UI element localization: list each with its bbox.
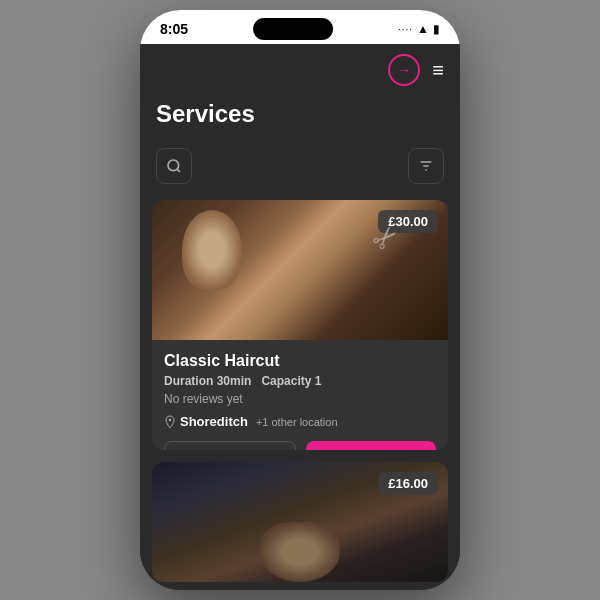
search-icon — [166, 158, 182, 174]
services-list: £30.00 Classic Haircut Duration 30min Ca… — [140, 192, 460, 590]
hamburger-menu-icon[interactable]: ≡ — [432, 59, 444, 82]
top-bar: → ≡ — [140, 44, 460, 96]
phone-frame: 8:05 ···· ▲ ▮ → ≡ Services — [140, 10, 460, 590]
learn-more-button-haircut[interactable]: Learn more — [164, 441, 296, 450]
wifi-icon: ▲ — [417, 22, 429, 36]
price-badge-beard: £16.00 — [378, 472, 438, 495]
filter-icon — [418, 158, 434, 174]
battery-icon: ▮ — [433, 22, 440, 36]
location-name-haircut: Shoreditch — [180, 414, 248, 429]
svg-line-1 — [177, 169, 180, 172]
capacity-label: Capacity — [261, 374, 311, 388]
svg-point-5 — [169, 418, 172, 421]
status-bar: 8:05 ···· ▲ ▮ — [140, 10, 460, 44]
search-bar — [140, 140, 460, 192]
service-meta-haircut: Duration 30min Capacity 1 — [164, 374, 436, 388]
page-header: Services — [140, 96, 460, 140]
location-pin-icon — [164, 415, 176, 429]
service-actions-haircut: Learn more Book Now — [164, 441, 436, 450]
location-extra-haircut: +1 other location — [256, 416, 338, 428]
duration-label: Duration — [164, 374, 213, 388]
price-badge-haircut: £30.00 — [378, 210, 438, 233]
dynamic-island — [253, 18, 333, 40]
service-image-haircut: £30.00 — [152, 200, 448, 340]
capacity-value: 1 — [315, 374, 322, 388]
service-name-haircut: Classic Haircut — [164, 352, 436, 370]
filter-button[interactable] — [408, 148, 444, 184]
app-content: → ≡ Services — [140, 44, 460, 590]
service-card-beard: £16.00 — [152, 462, 448, 582]
search-button[interactable] — [156, 148, 192, 184]
service-location-haircut: Shoreditch +1 other location — [164, 414, 436, 429]
service-card-haircut: £30.00 Classic Haircut Duration 30min Ca… — [152, 200, 448, 450]
svg-point-0 — [168, 160, 179, 171]
service-reviews-haircut: No reviews yet — [164, 392, 436, 406]
login-icon[interactable]: → — [388, 54, 420, 86]
service-info-haircut: Classic Haircut Duration 30min Capacity … — [152, 340, 448, 450]
duration-value: 30min — [217, 374, 252, 388]
signal-icon: ···· — [398, 24, 413, 35]
book-now-button-haircut[interactable]: Book Now — [306, 441, 436, 450]
service-image-beard: £16.00 — [152, 462, 448, 582]
page-title: Services — [156, 100, 444, 128]
status-icons: ···· ▲ ▮ — [398, 22, 440, 36]
status-time: 8:05 — [160, 21, 188, 37]
login-arrow: → — [397, 62, 411, 78]
